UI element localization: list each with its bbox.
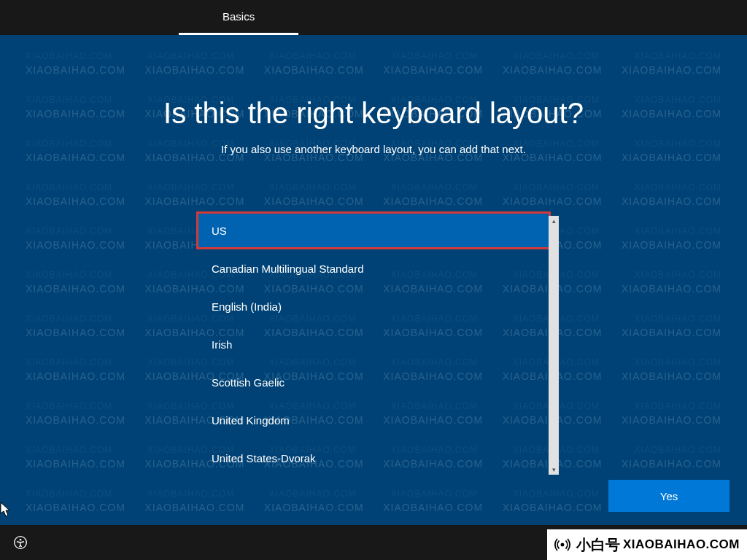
layout-option-us[interactable]: US — [196, 211, 551, 249]
watermark-badge: 小白号 XIAOBAIHAO.COM — [547, 529, 747, 560]
mouse-cursor-icon — [0, 502, 12, 521]
svg-point-1 — [20, 539, 22, 541]
layout-option-label: US — [212, 225, 227, 237]
svg-point-2 — [561, 543, 563, 545]
layout-option-label: United States-Dvorak — [212, 452, 316, 464]
layout-list: US Canadian Multilingual Standard Englis… — [198, 211, 549, 477]
chevron-up-icon: ▴ — [552, 217, 556, 225]
layout-option-irish[interactable]: Irish — [198, 325, 549, 363]
layout-option-english-india[interactable]: English (India) — [198, 287, 549, 325]
layout-option-us-dvorak[interactable]: United States-Dvorak — [198, 439, 549, 477]
yes-button-label: Yes — [660, 490, 678, 502]
keyboard-layout-listbox: US Canadian Multilingual Standard Englis… — [198, 214, 549, 477]
layout-option-label: Irish — [212, 338, 232, 351]
yes-button[interactable]: Yes — [608, 480, 729, 512]
broadcast-icon — [553, 535, 572, 554]
chevron-down-icon: ▾ — [552, 466, 556, 473]
tab-basics[interactable]: Basics — [179, 0, 298, 35]
watermark-badge-cn: 小白号 — [576, 535, 620, 555]
main-content: Is this the right keyboard layout? If yo… — [0, 35, 747, 525]
scroll-up-button[interactable]: ▴ — [549, 216, 559, 226]
watermark-badge-domain: XIAOBAIHAO.COM — [623, 537, 740, 552]
tab-strip: Basics — [179, 0, 298, 35]
layout-option-label: Canadian Multilingual Standard — [212, 262, 363, 275]
layout-option-scottish-gaelic[interactable]: Scottish Gaelic — [198, 363, 549, 401]
scroll-down-button[interactable]: ▾ — [549, 464, 559, 475]
layout-option-label: English (India) — [212, 300, 282, 313]
page-heading: Is this the right keyboard layout? — [163, 97, 584, 130]
layout-option-united-kingdom[interactable]: United Kingdom — [198, 401, 549, 439]
layout-option-label: Scottish Gaelic — [212, 376, 285, 389]
topbar: Basics — [0, 0, 747, 35]
ease-of-access-icon[interactable] — [13, 535, 28, 550]
scrollbar[interactable]: ▴ ▾ — [549, 216, 559, 475]
layout-option-canadian-multilingual[interactable]: Canadian Multilingual Standard — [198, 249, 549, 287]
page-subtitle: If you also use another keyboard layout,… — [221, 143, 526, 155]
layout-option-label: United Kingdom — [212, 414, 290, 427]
tab-label: Basics — [222, 10, 255, 23]
